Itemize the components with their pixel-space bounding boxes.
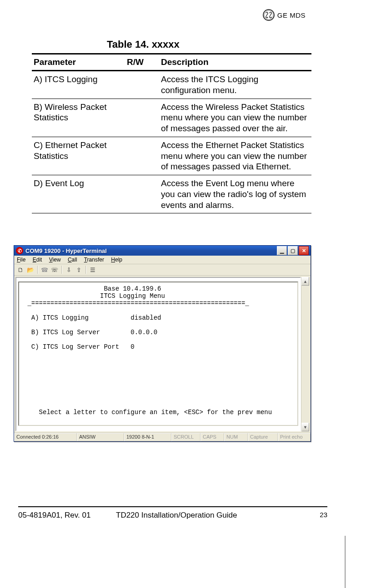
brand-text: GE MDS: [277, 11, 306, 19]
table-row: A) ITCS Logging Access the ITCS Logging …: [32, 71, 311, 99]
maximize-button[interactable]: ▢: [288, 246, 298, 255]
status-port: 19200 8-N-1: [124, 433, 171, 441]
cell-desc: Access the Ethernet Packet Statistics me…: [159, 137, 311, 175]
table-row: C) Ethernet Packet Statistics Access the…: [32, 137, 311, 175]
status-num: NUM: [224, 433, 248, 441]
brand-logo: GE MDS: [263, 9, 306, 21]
separator: [61, 266, 62, 274]
toolbar: 🗋 📂 ☎ ☏ ⇩ ⇧ ☰: [14, 264, 311, 276]
cell-param: B) Wireless Packet Statistics: [32, 99, 125, 137]
scroll-up-icon[interactable]: ▲: [301, 277, 309, 286]
cell-desc: Access the ITCS Logging configuration me…: [159, 71, 311, 99]
window-titlebar[interactable]: COM9 19200 - HyperTerminal ▁ ▢ ✕: [14, 246, 311, 256]
send-icon[interactable]: ⇩: [64, 265, 73, 274]
col-parameter: Parameter: [32, 54, 125, 71]
window-title: COM9 19200 - HyperTerminal: [25, 247, 277, 254]
cell-rw: [125, 71, 159, 99]
properties-icon[interactable]: ☰: [88, 265, 97, 274]
footer-title: TD220 Installation/Operation Guide: [116, 511, 300, 520]
table-row: B) Wireless Packet Statistics Access the…: [32, 99, 311, 137]
hangup-icon[interactable]: ☏: [50, 265, 59, 274]
menu-bar: File Edit View Call Transfer Help: [14, 256, 311, 264]
parameter-table-section: Table 14. xxxxx Parameter R/W Descriptio…: [32, 39, 311, 213]
close-button[interactable]: ✕: [299, 246, 309, 255]
scroll-down-icon[interactable]: ▼: [301, 423, 309, 431]
menu-view[interactable]: View: [49, 257, 61, 263]
table-row: D) Event Log Access the Event Log menu w…: [32, 175, 311, 213]
status-caps: CAPS: [201, 433, 224, 441]
call-icon[interactable]: ☎: [40, 265, 49, 274]
cell-desc: Access the Wireless Packet Statistics me…: [159, 99, 311, 137]
page-edge: [345, 536, 346, 588]
menu-file[interactable]: File: [17, 257, 25, 263]
hyperterminal-window: COM9 19200 - HyperTerminal ▁ ▢ ✕ File Ed…: [14, 245, 311, 442]
status-echo: Print echo: [278, 433, 311, 441]
app-icon: [16, 247, 23, 254]
cell-desc: Access the Event Log menu where you can …: [159, 175, 311, 213]
status-connection: Connected 0:26:16: [14, 433, 77, 441]
menu-transfer[interactable]: Transfer: [84, 257, 104, 263]
status-bar: Connected 0:26:16 ANSIW 19200 8-N-1 SCRO…: [14, 433, 311, 441]
col-desc: Description: [159, 54, 311, 71]
receive-icon[interactable]: ⇧: [74, 265, 83, 274]
cell-rw: [125, 137, 159, 175]
cell-param: A) ITCS Logging: [32, 71, 125, 99]
page-footer: 05-4819A01, Rev. 01 TD220 Installation/O…: [18, 506, 327, 520]
cell-rw: [125, 175, 159, 213]
svg-point-0: [263, 10, 274, 20]
ge-monogram-icon: [263, 9, 275, 21]
col-rw: R/W: [125, 54, 159, 71]
separator: [85, 266, 86, 274]
table-title: Table 14. xxxxx: [107, 39, 311, 50]
svg-point-1: [264, 10, 273, 20]
parameter-table: Parameter R/W Description A) ITCS Loggin…: [32, 53, 311, 213]
menu-help[interactable]: Help: [111, 257, 122, 263]
new-icon[interactable]: 🗋: [16, 265, 25, 274]
menu-call[interactable]: Call: [68, 257, 77, 263]
cell-param: C) Ethernet Packet Statistics: [32, 137, 125, 175]
cell-param: D) Event Log: [32, 175, 125, 213]
scroll-track[interactable]: [301, 286, 309, 423]
status-emulation: ANSIW: [77, 433, 124, 441]
status-scroll: SCROLL: [171, 433, 201, 441]
open-icon[interactable]: 📂: [26, 265, 35, 274]
terminal-body: Base 10.4.199.6 ITCS Logging Menu _=====…: [14, 276, 311, 433]
status-capture: Capture: [248, 433, 278, 441]
footer-docnum: 05-4819A01, Rev. 01: [18, 511, 116, 520]
terminal-frame: Base 10.4.199.6 ITCS Logging Menu _=====…: [15, 277, 301, 431]
menu-edit[interactable]: Edit: [33, 257, 42, 263]
separator: [37, 266, 38, 274]
terminal-content[interactable]: Base 10.4.199.6 ITCS Logging Menu _=====…: [18, 282, 298, 426]
page: GE MDS Table 14. xxxxx Parameter R/W Des…: [0, 0, 376, 588]
footer-pagenum: 23: [300, 511, 327, 520]
minimize-button[interactable]: ▁: [277, 246, 287, 255]
vertical-scrollbar[interactable]: ▲ ▼: [301, 277, 309, 431]
cell-rw: [125, 99, 159, 137]
